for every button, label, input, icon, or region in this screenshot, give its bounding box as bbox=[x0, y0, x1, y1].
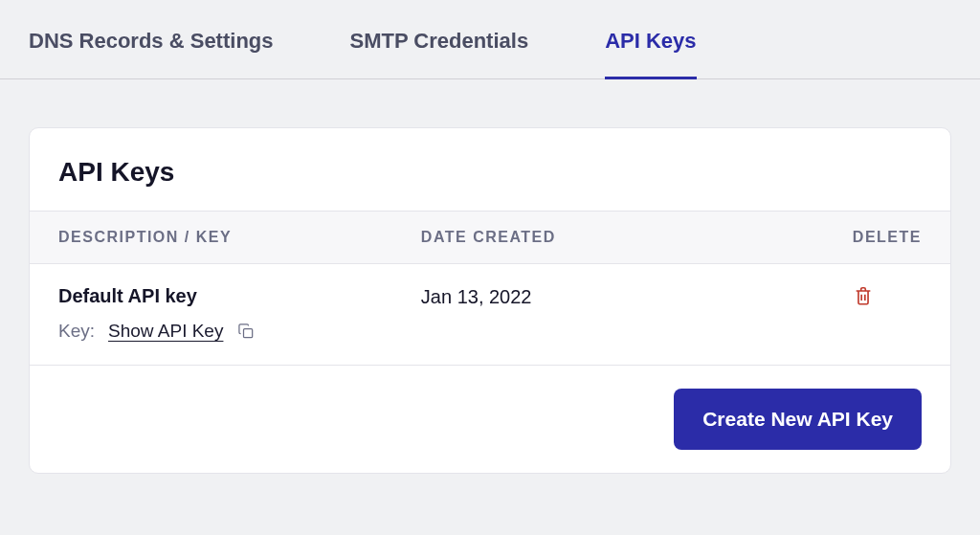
tab-dns-records-settings[interactable]: DNS Records & Settings bbox=[29, 29, 274, 79]
cell-delete bbox=[749, 285, 922, 310]
table-row: Default API key Key: Show API Key Jan 13… bbox=[30, 264, 950, 366]
svg-rect-0 bbox=[244, 329, 253, 338]
create-new-api-key-button[interactable]: Create New API Key bbox=[674, 389, 922, 450]
show-api-key-link[interactable]: Show API Key bbox=[108, 321, 223, 342]
column-header-description: DESCRIPTION / KEY bbox=[58, 229, 421, 246]
copy-icon[interactable] bbox=[236, 322, 256, 341]
card-title: API Keys bbox=[30, 128, 950, 211]
cell-description: Default API key Key: Show API Key bbox=[58, 285, 421, 342]
trash-icon[interactable] bbox=[853, 285, 874, 306]
api-key-description: Default API key bbox=[58, 285, 421, 307]
key-label: Key: bbox=[58, 321, 95, 342]
column-header-date-created: DATE CREATED bbox=[421, 229, 749, 246]
key-line: Key: Show API Key bbox=[58, 321, 421, 342]
cell-date-created: Jan 13, 2022 bbox=[421, 285, 749, 308]
column-header-delete: DELETE bbox=[749, 229, 922, 246]
api-keys-card: API Keys DESCRIPTION / KEY DATE CREATED … bbox=[29, 127, 951, 474]
table-header: DESCRIPTION / KEY DATE CREATED DELETE bbox=[30, 211, 950, 264]
tab-bar: DNS Records & Settings SMTP Credentials … bbox=[0, 0, 980, 79]
tab-api-keys[interactable]: API Keys bbox=[605, 29, 696, 79]
tab-smtp-credentials[interactable]: SMTP Credentials bbox=[350, 29, 529, 79]
card-footer: Create New API Key bbox=[30, 366, 950, 473]
